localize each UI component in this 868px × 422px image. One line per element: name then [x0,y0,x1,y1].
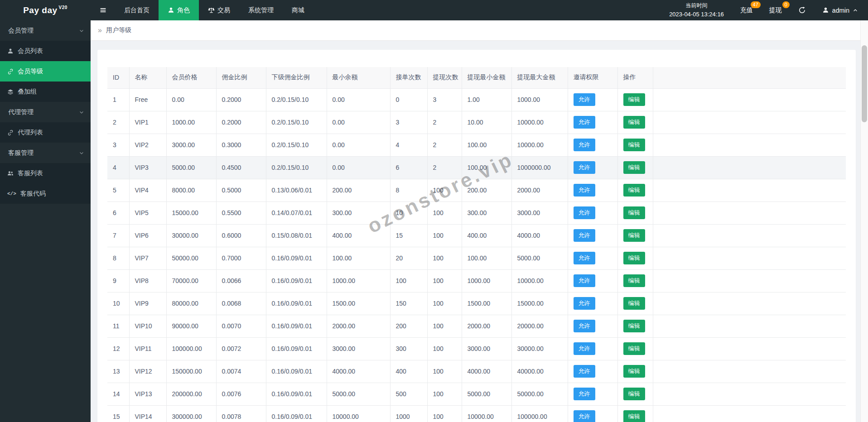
sidebar-item-member-level[interactable]: 会员等级 [0,61,91,82]
sidebar-group-member-mgmt[interactable]: 会员管理 [0,20,91,41]
edit-button[interactable]: 编辑 [623,184,645,197]
table-cell-withdraw-min: 1.00 [462,88,511,111]
table-cell-actions: 编辑 [617,134,653,156]
edit-button[interactable]: 编辑 [623,365,645,378]
sidebar-item-member-list[interactable]: 会员列表 [0,41,91,61]
table-cell-sub-commission: 0.13/0.06/0.01 [266,179,327,201]
allow-button[interactable]: 允许 [574,93,595,106]
table-row: 12 VIP11 100000.00 0.0072 0.16/0.09/0.01… [107,337,846,360]
allow-button[interactable]: 允许 [574,206,595,219]
table-cell-filler [653,383,846,405]
table-cell-withdraw-max: 5000.00 [511,247,568,269]
sidebar-group-agent-mgmt[interactable]: 代理管理 [0,102,91,122]
table-cell-price: 1000.00 [166,111,216,134]
table-cell-sub-commission: 0.14/0.07/0.01 [266,201,327,224]
brand-version: V20 [59,5,68,10]
table-cell-order-count: 100 [390,269,427,292]
edit-button[interactable]: 编辑 [623,252,645,264]
nav-item-mall[interactable]: 商城 [283,0,313,20]
table-cell-min-balance: 0.00 [327,88,390,111]
edit-button[interactable]: 编辑 [623,297,645,310]
edit-button[interactable]: 编辑 [623,342,645,355]
topbar-right: 当前时间 2023-04-05 13:24:16 充值 47 提现 0 admi… [669,0,868,20]
table-cell-order-count: 150 [390,292,427,315]
admin-username: admin [832,7,849,14]
sidebar-item-agent-list[interactable]: 代理列表 [0,122,91,143]
allow-button[interactable]: 允许 [574,139,595,151]
table-cell-withdraw-min: 400.00 [462,224,511,247]
local-time-label: 当前时间 [669,1,724,10]
edit-button[interactable]: 编辑 [623,93,645,106]
edit-button[interactable]: 编辑 [623,229,645,242]
hamburger-menu-button[interactable] [91,0,115,20]
allow-button[interactable]: 允许 [574,388,595,400]
nav-item-dashboard[interactable]: 后台首页 [115,0,159,20]
allow-button[interactable]: 允许 [574,410,595,422]
table-cell-sub-commission: 0.16/0.09/0.01 [266,292,327,315]
edit-button[interactable]: 编辑 [623,161,645,174]
table-cell-sub-commission: 0.2/0.15/0.10 [266,111,327,134]
table-cell-actions: 编辑 [617,111,653,134]
table-row: 13 VIP12 150000.00 0.0074 0.16/0.09/0.01… [107,360,846,383]
sidebar-item-service-list[interactable]: 客服列表 [0,163,91,183]
table-cell-actions: 编辑 [617,360,653,383]
table-cell-invite-permission: 允许 [568,337,617,360]
refresh-button[interactable] [798,6,806,14]
table-cell-withdraw-max: 40000.00 [511,360,568,383]
table-row: 5 VIP4 8000.00 0.5000 0.13/0.06/0.01 200… [107,179,846,201]
table-cell-commission: 0.2000 [216,111,266,134]
edit-button[interactable]: 编辑 [623,206,645,219]
table-cell-actions: 编辑 [617,247,653,269]
table-cell-price: 200000.00 [166,383,216,405]
allow-button[interactable]: 允许 [574,297,595,310]
admin-menu[interactable]: admin [822,7,858,14]
nav-item-trade[interactable]: 交易 [199,0,239,20]
code-icon: </> [7,191,16,197]
table-cell-withdraw-count: 2 [427,156,462,179]
edit-button[interactable]: 编辑 [623,274,645,287]
table-cell-withdraw-max: 3000.00 [511,201,568,224]
allow-button[interactable]: 允许 [574,252,595,264]
table-header-row: ID 名称 会员价格 佣金比例 下级佣金比例 最小余额 接单次数 提现次数 提现… [107,67,846,88]
scrollbar-track[interactable] [860,20,868,422]
table-cell-id: 4 [107,156,129,179]
table-cell-withdraw-max: 4000.00 [511,224,568,247]
edit-button[interactable]: 编辑 [623,320,645,332]
allow-button[interactable]: 允许 [574,116,595,129]
allow-button[interactable]: 允许 [574,342,595,355]
table-cell-commission: 0.0076 [216,383,266,405]
column-header-id: ID [107,67,129,88]
recharge-link[interactable]: 充值 47 [740,6,753,14]
edit-button[interactable]: 编辑 [623,388,645,400]
sidebar-item-service-code[interactable]: </> 客服代码 [0,183,91,204]
table-cell-withdraw-min: 3000.00 [462,337,511,360]
table-cell-name: VIP5 [129,201,166,224]
column-header-sub-commission: 下级佣金比例 [266,67,327,88]
nav-item-system[interactable]: 系统管理 [239,0,283,20]
scales-icon [208,7,215,14]
edit-button[interactable]: 编辑 [623,139,645,151]
allow-button[interactable]: 允许 [574,365,595,378]
allow-button[interactable]: 允许 [574,161,595,174]
withdraw-link[interactable]: 提现 0 [769,6,782,14]
edit-button[interactable]: 编辑 [623,116,645,129]
edit-button[interactable]: 编辑 [623,410,645,422]
table-cell-commission: 0.6000 [216,224,266,247]
table-cell-withdraw-count: 2 [427,134,462,156]
table-row: 2 VIP1 1000.00 0.2000 0.2/0.15/0.10 0.00… [107,111,846,134]
allow-button[interactable]: 允许 [574,229,595,242]
sidebar-group-service-mgmt[interactable]: 客服管理 [0,143,91,163]
table-cell-commission: 0.3000 [216,134,266,156]
allow-button[interactable]: 允许 [574,274,595,287]
allow-button[interactable]: 允许 [574,320,595,332]
table-cell-actions: 编辑 [617,405,653,422]
nav-item-role[interactable]: 角色 [159,0,199,20]
allow-button[interactable]: 允许 [574,184,595,197]
nav-label: 系统管理 [248,6,274,14]
table-cell-commission: 0.5500 [216,201,266,224]
column-header-withdraw-min: 提现最小金额 [462,67,511,88]
sidebar-item-stack-group[interactable]: 叠加组 [0,82,91,102]
people-icon [7,170,14,177]
scrollbar-thumb[interactable] [862,45,867,122]
table-cell-order-count: 1000 [390,405,427,422]
